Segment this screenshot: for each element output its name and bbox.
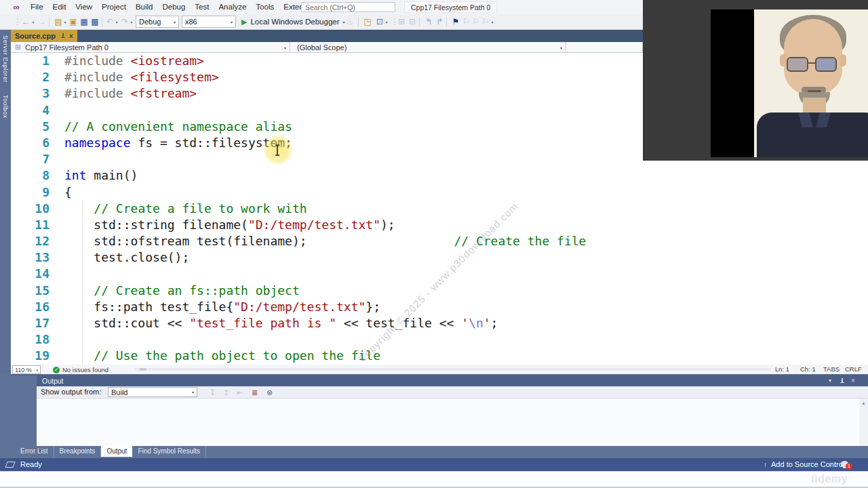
code-line-17: 17 std::cout << "test_file path is " << … [11, 315, 868, 331]
presenter-video [754, 9, 868, 157]
menu-item-view[interactable]: View [71, 0, 97, 14]
tool-window-strip: Server Explorer Toolbox [0, 30, 11, 375]
scope-caret-icon: ▾ [560, 45, 562, 50]
line-number: 1 [11, 53, 64, 69]
goto-message-icon[interactable]: ↧ [208, 388, 218, 397]
expand-all-icon[interactable]: ⊞ [396, 16, 407, 27]
prev-message-icon[interactable]: ↥ [221, 388, 231, 397]
scroll-up-icon[interactable]: ▲ [859, 401, 868, 405]
panel-tab-breakpoints[interactable]: Breakpoints [54, 446, 102, 457]
undo-caret-icon[interactable]: ▾ [114, 20, 119, 24]
output-title-label: Output [42, 377, 64, 385]
output-title-bar[interactable]: Output ▾ × [37, 375, 868, 386]
output-content[interactable]: ▲ [37, 399, 868, 446]
line-number: 9 [11, 184, 64, 201]
sidebar-tab-toolbox[interactable]: Toolbox [2, 95, 9, 119]
menu-item-tools[interactable]: Tools [251, 0, 279, 14]
collapse-all-icon[interactable]: ⊟ [407, 16, 418, 27]
config-caret-icon: ▾ [174, 20, 176, 24]
menu-item-project[interactable]: Project [97, 0, 131, 14]
redo-caret-icon[interactable]: ▾ [129, 20, 134, 24]
find-in-files-icon[interactable]: ◳ [362, 16, 373, 27]
open-folder-icon[interactable]: ▣ [68, 16, 79, 27]
line-number: 19 [11, 348, 64, 364]
new-project-caret-icon[interactable]: ▾ [62, 20, 68, 24]
line-number: 15 [11, 283, 64, 299]
project-dropdown[interactable]: ⊞ Cpp17 Filesystem Path 0 ▾ [11, 42, 290, 53]
line-number: 16 [11, 299, 64, 315]
background-tasks-icon[interactable] [5, 462, 15, 468]
back-caret-icon[interactable]: ▾ [31, 20, 36, 24]
show-output-from-label: Show output from: [41, 388, 101, 396]
pin-icon[interactable] [60, 33, 65, 39]
word-wrap-icon[interactable]: ≣ [250, 388, 260, 397]
line-number: 4 [11, 102, 64, 119]
bookmark-icon[interactable]: ⚑ [450, 16, 461, 27]
close-icon[interactable]: × [849, 377, 857, 385]
save-icon[interactable]: ▦ [79, 16, 90, 27]
line-number: 17 [11, 315, 64, 331]
sidebar-tab-server-explorer[interactable]: Server Explorer [2, 35, 9, 83]
add-to-source-control-button[interactable]: ↑ Add to Source Control ▴ [764, 460, 851, 468]
tabs-indicator[interactable]: TABS [823, 365, 840, 373]
line-number: 2 [11, 69, 64, 85]
status-ready-label: Ready [20, 460, 42, 468]
output-scrollbar[interactable]: ▲ [859, 399, 868, 446]
panel-tab-strip: Error ListBreakpointsOutputFind Symbol R… [0, 446, 868, 458]
menu-item-debug[interactable]: Debug [157, 0, 190, 14]
output-source-value: Build [111, 388, 127, 396]
menu-item-build[interactable]: Build [131, 0, 158, 14]
run-debugger-button[interactable]: ▶ Local Windows Debugger ▾ [241, 16, 345, 28]
ibeam-cursor-icon [277, 144, 278, 156]
scrollbar-thumb[interactable] [140, 368, 146, 371]
zoom-level-dropdown[interactable]: 110 % ▾ [12, 365, 41, 374]
search-input[interactable] [302, 3, 397, 12]
column-indicator: Ch: 1 [800, 365, 816, 373]
clear-output-icon[interactable]: ⊗ [264, 388, 275, 397]
tab-source-cpp[interactable]: Source.cpp × [11, 30, 77, 42]
save-all-icon[interactable]: ▩ [90, 16, 100, 27]
menu-item-edit[interactable]: Edit [48, 0, 71, 14]
scope-dropdown-label: (Global Scope) [297, 43, 347, 52]
window-position-caret-icon[interactable]: ▾ [826, 377, 834, 385]
menu-item-file[interactable]: File [26, 0, 48, 14]
bottom-strip: ûdemy [0, 471, 868, 488]
panel-tab-error-list[interactable]: Error List [15, 446, 54, 457]
webcam-letterbox [711, 9, 754, 157]
comment-lines-icon[interactable]: ↰ [423, 16, 434, 27]
eol-indicator[interactable]: CRLF [845, 365, 862, 373]
uncomment-lines-icon[interactable]: ↱ [434, 16, 445, 27]
screenshot-caret-icon[interactable]: ▾ [384, 20, 389, 24]
scope-dropdown[interactable]: (Global Scope) ▾ [290, 42, 566, 53]
pin-icon[interactable] [840, 378, 845, 385]
output-panel: Output ▾ × Show output from: Build ▾ ↧ ↥… [37, 375, 868, 446]
solution-config-dropdown[interactable]: Debug▾ [136, 16, 179, 28]
close-icon[interactable]: × [69, 33, 73, 40]
toolbar-overflow-icon[interactable]: ▾ [490, 20, 495, 24]
menu-item-analyze[interactable]: Analyze [214, 0, 251, 14]
platform-dropdown[interactable]: x86▾ [182, 16, 236, 28]
navigate-forward-icon[interactable]: → [37, 16, 47, 27]
upload-icon: ↑ [764, 461, 767, 468]
zoom-caret-icon: ▾ [36, 368, 38, 372]
health-indicator[interactable]: ✓ No issues found [53, 365, 108, 374]
line-number: 8 [11, 167, 64, 184]
collapse-output-icon[interactable]: ⇤ [235, 388, 245, 397]
indent-guide [82, 201, 83, 365]
zoom-level-value: 110 % [15, 367, 32, 373]
line-indicator: Ln: 1 [775, 365, 789, 373]
output-source-caret-icon: ▾ [192, 390, 194, 394]
code-line-9: 9{ [11, 184, 868, 201]
menu-item-test[interactable]: Test [190, 0, 214, 14]
platform-caret-icon: ▾ [231, 20, 233, 24]
hot-reload-icon[interactable]: ♨ [344, 16, 355, 27]
search-box[interactable] [301, 2, 395, 12]
panel-tab-output[interactable]: Output [101, 446, 132, 457]
navigate-back-icon[interactable]: ← [20, 16, 31, 27]
member-dropdown[interactable] [566, 42, 643, 53]
panel-tab-find-symbol-results[interactable]: Find Symbol Results [132, 446, 206, 457]
horizontal-scrollbar[interactable] [134, 368, 770, 371]
output-source-dropdown[interactable]: Build ▾ [108, 387, 197, 397]
line-number: 14 [11, 266, 64, 282]
line-number: 7 [11, 151, 64, 167]
